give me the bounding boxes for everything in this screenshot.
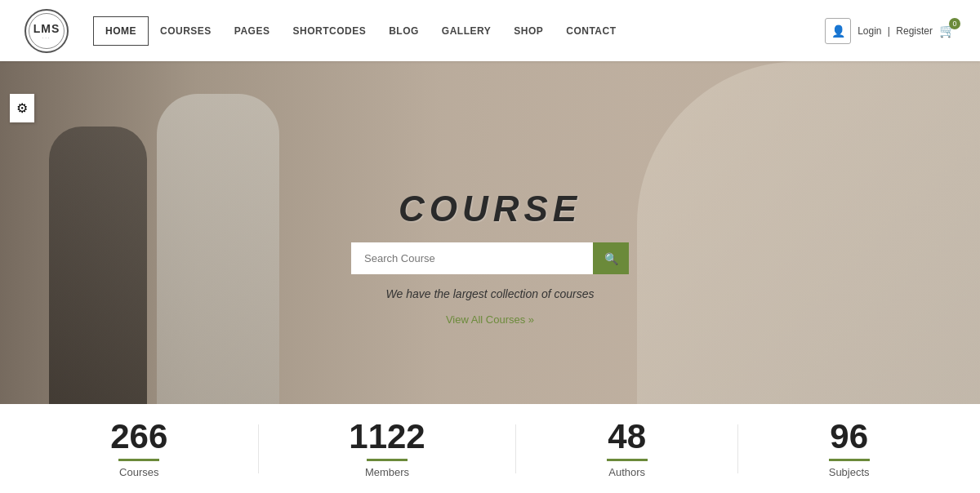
stat-courses-underline xyxy=(118,459,159,461)
stat-subjects-number: 96 xyxy=(830,420,868,454)
auth-separator: | xyxy=(888,25,890,37)
hero-title: CoUrse xyxy=(399,189,581,229)
bg-figure-center xyxy=(157,94,279,404)
login-link[interactable]: Login xyxy=(858,25,881,37)
stats-bar: 266 Courses 1122 Members 48 Authors 96 S… xyxy=(0,404,980,493)
stat-authors-label: Authors xyxy=(608,466,645,478)
nav-menu: HOME COURSES PAGES SHORTCODES BLOG GALLE… xyxy=(93,16,825,46)
nav-link-courses[interactable]: COURSES xyxy=(149,17,223,45)
stat-members-underline xyxy=(367,459,408,461)
stat-divider-3 xyxy=(737,424,738,473)
stat-authors-underline xyxy=(607,459,648,461)
search-input[interactable] xyxy=(351,242,593,274)
stat-courses: 266 Courses xyxy=(110,420,167,478)
user-icon: 👤 xyxy=(831,24,845,38)
logo-circle: LMS ··· xyxy=(24,9,69,53)
auth-links: Login | Register xyxy=(858,25,933,37)
settings-icon[interactable]: ⚙ xyxy=(10,94,34,122)
register-link[interactable]: Register xyxy=(896,25,933,37)
nav-link-pages[interactable]: PAGES xyxy=(223,17,282,45)
logo[interactable]: LMS ··· xyxy=(24,9,69,53)
nav-item-shop[interactable]: SHOP xyxy=(502,17,555,45)
cart-badge: 0 xyxy=(949,18,960,29)
nav-link-contact[interactable]: CONTACT xyxy=(555,17,627,45)
stat-members: 1122 Members xyxy=(349,420,425,478)
hero-content: CoUrse 🔍 We have the largest collection … xyxy=(351,189,629,326)
view-courses-link[interactable]: View All Courses » xyxy=(446,313,534,326)
stat-subjects: 96 Subjects xyxy=(829,420,870,478)
nav-item-home[interactable]: HOME xyxy=(93,16,149,46)
stat-courses-number: 266 xyxy=(110,420,167,454)
navbar: LMS ··· HOME COURSES PAGES SHORTCODES BL… xyxy=(0,0,980,61)
nav-item-shortcodes[interactable]: SHORTCODES xyxy=(281,17,377,45)
nav-link-blog[interactable]: BLOG xyxy=(377,17,430,45)
nav-item-blog[interactable]: BLOG xyxy=(377,17,430,45)
stat-subjects-label: Subjects xyxy=(829,466,870,478)
nav-item-gallery[interactable]: GALLERY xyxy=(430,17,502,45)
nav-item-pages[interactable]: PAGES xyxy=(223,17,282,45)
nav-item-contact[interactable]: CONTACT xyxy=(555,17,627,45)
nav-link-home[interactable]: HOME xyxy=(93,16,149,46)
stat-subjects-underline xyxy=(829,459,870,461)
cart-button[interactable]: 🛒 0 xyxy=(939,23,956,38)
bg-figure-left xyxy=(49,127,147,404)
nav-right: 👤 Login | Register 🛒 0 xyxy=(825,18,956,44)
hero-tagline: We have the largest collection of course… xyxy=(386,287,595,300)
stat-divider-2 xyxy=(515,424,516,473)
stat-members-label: Members xyxy=(365,466,409,478)
gear-icon: ⚙ xyxy=(16,101,28,115)
logo-text: LMS xyxy=(33,22,60,35)
stat-authors: 48 Authors xyxy=(607,420,648,478)
search-button[interactable]: 🔍 xyxy=(593,242,629,274)
nav-link-gallery[interactable]: GALLERY xyxy=(430,17,502,45)
stat-courses-label: Courses xyxy=(119,466,158,478)
user-icon-button[interactable]: 👤 xyxy=(825,18,851,44)
stat-authors-number: 48 xyxy=(608,420,646,454)
nav-link-shortcodes[interactable]: SHORTCODES xyxy=(281,17,377,45)
search-icon: 🔍 xyxy=(604,252,618,265)
bg-figure-right xyxy=(637,61,980,404)
hero-section: CoUrse 🔍 We have the largest collection … xyxy=(0,61,980,404)
nav-link-shop[interactable]: SHOP xyxy=(502,17,555,45)
stat-divider-1 xyxy=(258,424,259,473)
stat-members-number: 1122 xyxy=(349,420,425,454)
logo-subtitle: ··· xyxy=(42,35,51,40)
search-bar: 🔍 xyxy=(351,242,629,274)
nav-item-courses[interactable]: COURSES xyxy=(149,17,223,45)
